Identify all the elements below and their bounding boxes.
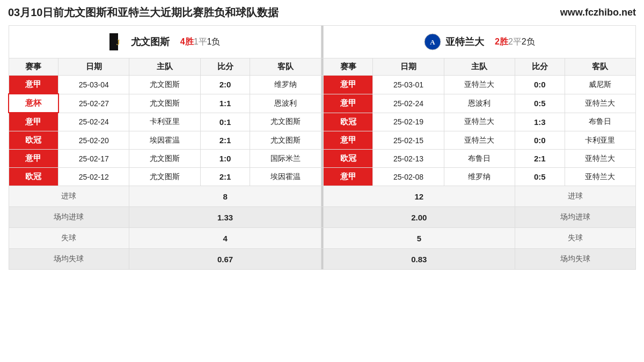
- data-cell: 25-02-17: [58, 150, 129, 168]
- stats-label-left: 进球: [9, 186, 129, 207]
- comp-cell: 欧冠: [9, 168, 58, 186]
- data-cell: 尤文图斯: [129, 94, 200, 113]
- right-col-date: 日期: [373, 58, 444, 76]
- stats-value-right: 5: [323, 228, 515, 249]
- data-cell: 0:0: [515, 76, 565, 94]
- data-cell: 亚特兰大: [444, 131, 515, 150]
- data-cell: 国际米兰: [250, 150, 321, 168]
- comp-cell: 意杯: [9, 94, 58, 113]
- left-draw: 1平: [194, 37, 207, 46]
- data-cell: 0:1: [200, 113, 250, 131]
- stats-value-left: 0.67: [129, 249, 321, 270]
- data-cell: 恩波利: [444, 94, 515, 113]
- stats-label-right: 失球: [515, 228, 635, 249]
- data-cell: 亚特兰大: [444, 76, 515, 94]
- right-team-name: 亚特兰大: [445, 35, 484, 48]
- data-cell: 卡利亚里: [565, 131, 635, 150]
- comp-cell: 意甲: [9, 76, 58, 94]
- data-cell: 25-02-15: [373, 131, 444, 150]
- data-cell: 0:5: [515, 168, 565, 186]
- left-col-score: 比分: [200, 58, 250, 76]
- data-cell: 25-02-19: [373, 113, 444, 131]
- data-cell: 2:1: [200, 168, 250, 186]
- data-cell: 25-02-20: [58, 131, 129, 150]
- svg-text:A: A: [430, 38, 435, 46]
- left-team-name: 尤文图斯: [131, 35, 170, 48]
- data-cell: 25-02-24: [373, 94, 444, 113]
- svg-text:J: J: [116, 39, 120, 47]
- data-cell: 尤文图斯: [250, 113, 321, 131]
- stats-value-left: 1.33: [129, 207, 321, 228]
- data-cell: 亚特兰大: [444, 113, 515, 131]
- data-cell: 0:5: [515, 94, 565, 113]
- data-cell: 维罗纳: [444, 168, 515, 186]
- right-col-score: 比分: [515, 58, 565, 76]
- data-cell: 布鲁日: [565, 113, 635, 131]
- juventus-logo: J: [109, 33, 127, 50]
- data-cell: 尤文图斯: [129, 76, 200, 94]
- right-win: 2胜: [495, 37, 508, 46]
- data-cell: 1:3: [515, 113, 565, 131]
- left-col-date: 日期: [58, 58, 129, 76]
- comp-cell: 意甲: [323, 168, 373, 186]
- data-cell: 亚特兰大: [565, 94, 635, 113]
- data-cell: 1:1: [200, 94, 250, 113]
- data-cell: 25-02-08: [373, 168, 444, 186]
- data-cell: 1:0: [200, 150, 250, 168]
- comp-cell: 欧冠: [323, 150, 373, 168]
- data-cell: 25-03-04: [58, 76, 129, 94]
- comp-cell: 欧冠: [9, 131, 58, 150]
- stats-value-right: 2.00: [323, 207, 515, 228]
- stats-label-right: 场均进球: [515, 207, 635, 228]
- stats-label-left: 场均失球: [9, 249, 129, 270]
- stats-label-right: 进球: [515, 186, 635, 207]
- right-draw: 2平: [508, 37, 522, 46]
- stats-label-left: 场均进球: [9, 207, 129, 228]
- data-cell: 威尼斯: [565, 76, 635, 94]
- data-cell: 2:1: [515, 150, 565, 168]
- data-cell: 2:0: [200, 76, 250, 94]
- comp-cell: 意甲: [323, 94, 373, 113]
- stats-value-right: 0.83: [323, 249, 515, 270]
- data-cell: 布鲁日: [444, 150, 515, 168]
- page-title: 03月10日前尤文图斯和亚特兰大近期比赛胜负和球队数据: [8, 5, 279, 20]
- data-cell: 25-02-12: [58, 168, 129, 186]
- data-cell: 25-02-13: [373, 150, 444, 168]
- data-cell: 25-03-01: [373, 76, 444, 94]
- data-cell: 亚特兰大: [565, 168, 635, 186]
- stats-value-right: 12: [323, 186, 515, 207]
- atalanta-logo: A: [424, 33, 441, 50]
- left-col-away: 客队: [250, 58, 321, 76]
- comp-cell: 欧冠: [323, 113, 373, 131]
- data-cell: 25-02-27: [58, 94, 129, 113]
- left-col-comp: 赛事: [9, 58, 58, 76]
- comp-cell: 意甲: [323, 131, 373, 150]
- left-col-home: 主队: [129, 58, 200, 76]
- data-cell: 尤文图斯: [129, 168, 200, 186]
- comp-cell: 意甲: [323, 76, 373, 94]
- data-cell: 埃因霍温: [250, 168, 321, 186]
- comp-cell: 意甲: [9, 150, 58, 168]
- data-cell: 卡利亚里: [129, 113, 200, 131]
- data-cell: 埃因霍温: [129, 131, 200, 150]
- stats-value-left: 4: [129, 228, 321, 249]
- data-cell: 0:0: [515, 131, 565, 150]
- left-win: 4胜: [180, 37, 194, 46]
- data-cell: 25-02-24: [58, 113, 129, 131]
- right-loss: 2负: [522, 37, 535, 46]
- right-col-comp: 赛事: [323, 58, 373, 76]
- stats-value-left: 8: [129, 186, 321, 207]
- comp-cell: 意甲: [9, 113, 58, 131]
- stats-label-left: 失球: [9, 228, 129, 249]
- stats-label-right: 场均失球: [515, 249, 635, 270]
- data-cell: 维罗纳: [250, 76, 321, 94]
- website-label: www.fczhibo.net: [560, 7, 636, 18]
- data-cell: 尤文图斯: [129, 150, 200, 168]
- data-cell: 2:1: [200, 131, 250, 150]
- data-cell: 亚特兰大: [565, 150, 635, 168]
- right-col-home: 主队: [444, 58, 515, 76]
- left-loss: 1负: [207, 37, 221, 46]
- data-cell: 尤文图斯: [250, 131, 321, 150]
- data-cell: 恩波利: [250, 94, 321, 113]
- right-col-away: 客队: [565, 58, 635, 76]
